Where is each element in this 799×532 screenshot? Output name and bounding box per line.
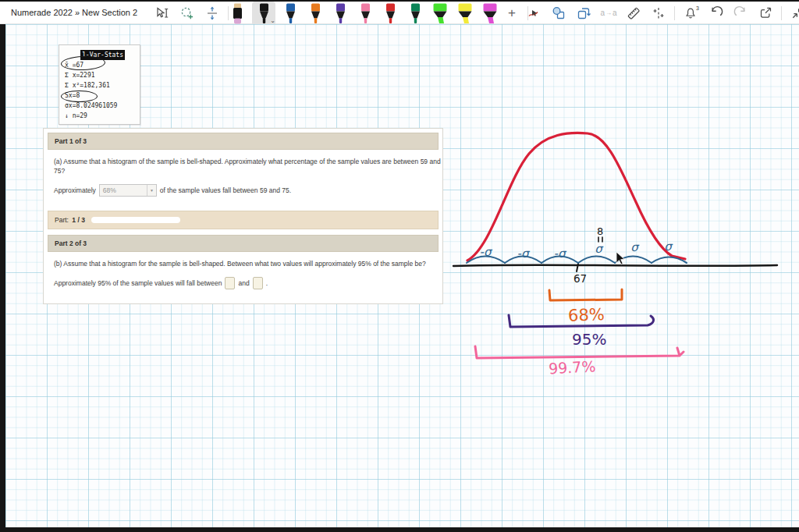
mean-label: 67 (574, 272, 587, 285)
part2-answer-end: . (266, 279, 268, 287)
calculator-stats-image: 1-Var-Stats x̄ =67 Σ x=2291 Σ x²=182,361… (59, 44, 140, 125)
toolbar: Numerade 2022 » New Section 2 (0, 2, 799, 24)
part1-answer-suffix: of the sample values fall between 59 and… (160, 186, 291, 194)
undo-icon (708, 5, 723, 20)
insert-space-button[interactable] (203, 4, 222, 23)
progress-row: Part: 1 / 3 (48, 211, 439, 229)
ruler-icon (626, 5, 641, 21)
redo-button[interactable] (731, 4, 750, 23)
format-text-icon: a→a (600, 9, 616, 17)
part2-header: Part 2 of 3 (48, 235, 439, 252)
lasso-select-icon (179, 5, 195, 21)
part2-question: (b) Assume that a histogram for the samp… (54, 259, 442, 268)
svg-text:-σ: -σ (480, 245, 493, 259)
svg-text:-σ: -σ (517, 246, 531, 261)
stats-n-line: ↓ n=29 (65, 111, 140, 121)
dropdown-value: 68% (103, 186, 116, 194)
svg-text:-σ: -σ (554, 246, 567, 261)
ruler-button[interactable] (624, 4, 643, 23)
svg-text:99.7%: 99.7% (548, 357, 595, 377)
progress-value: 1 / 3 (72, 216, 85, 224)
add-pen-button[interactable]: + (502, 4, 521, 23)
bell-curve-sketch: -σ -σ -σ σ σ σ 8 67 68% (445, 118, 794, 413)
part2-answer-prefix: Approximately 95% of the sample values w… (54, 279, 222, 287)
chevron-down-icon: ⌄ (270, 19, 275, 23)
part1-answer-dropdown[interactable]: 68% ▼ (99, 184, 157, 197)
ink-gesture-icon (526, 5, 542, 21)
progress-label: Part: (55, 216, 69, 224)
progress-bar (91, 217, 180, 223)
reorder-objects-icon (576, 5, 591, 21)
pen-red[interactable] (380, 2, 400, 24)
pen-orange[interactable] (305, 2, 325, 24)
toolbar-left-group (153, 2, 229, 24)
bracket-68: 68% (549, 289, 622, 325)
board-title[interactable]: Numerade 2022 » New Section 2 (11, 8, 137, 17)
part2-answer-mid: and (238, 279, 249, 287)
share-button[interactable] (756, 4, 775, 23)
worksheet-image: Part 1 of 3 (a) Assume that a histogram … (43, 128, 443, 304)
svg-text:σ: σ (595, 242, 604, 256)
ink-circle-sx (61, 90, 98, 102)
shapes-button[interactable] (549, 4, 568, 23)
pen-green[interactable] (405, 2, 425, 24)
whiteboard-canvas[interactable]: 1-Var-Stats x̄ =67 Σ x=2291 Σ x²=182,361… (5, 24, 799, 527)
svg-text:95%: 95% (572, 330, 606, 349)
chevron-down-icon: ▼ (147, 185, 156, 196)
sigma-labels: -σ -σ -σ σ σ σ (480, 239, 674, 261)
stats-sum-line: Σ x=2291 (65, 70, 140, 80)
part2-answer-input-2[interactable] (253, 277, 263, 289)
pen-black[interactable]: ⌄ (252, 2, 275, 24)
pen-pink[interactable] (355, 2, 375, 24)
sigma-arcs (467, 257, 687, 264)
toolbar-divider (781, 6, 782, 20)
select-tool-button[interactable] (153, 4, 172, 23)
eraser-tool[interactable] (227, 2, 247, 24)
shapes-icon (551, 5, 566, 21)
notifications-button[interactable]: 3 (681, 4, 700, 23)
axis-stroke (453, 265, 777, 266)
stats-sigma-line: σx=8.024961059 (65, 101, 140, 111)
notification-count-badge: 3 (696, 5, 699, 11)
toolbar-divider (674, 6, 675, 20)
pen-hl-yellow[interactable] (455, 2, 475, 24)
svg-text:68%: 68% (568, 305, 605, 325)
part1-header: Part 1 of 3 (48, 133, 439, 150)
ink-gesture-button[interactable] (524, 4, 543, 23)
alignment-icon (651, 5, 666, 21)
undo-button[interactable] (706, 4, 725, 23)
format-text-button[interactable]: a→a (599, 4, 618, 23)
app-window: Numerade 2022 » New Section 2 (0, 0, 799, 532)
pen-rack: ⌄ (227, 2, 500, 24)
toolbar-right-group: a→a (524, 2, 799, 24)
share-icon (758, 5, 773, 20)
stats-sumsq-line: Σ x²=182,361 (65, 80, 140, 90)
bracket-997: 99.7% (475, 346, 684, 377)
svg-text:σ: σ (664, 239, 673, 254)
plus-icon: + (508, 5, 516, 21)
pen-purple[interactable] (330, 2, 350, 24)
lasso-select-button[interactable] (178, 4, 197, 23)
svg-text:σ: σ (630, 240, 640, 254)
alignment-button[interactable] (649, 4, 668, 23)
part1-question: (a) Assume that a histogram of the sampl… (54, 157, 442, 176)
insert-space-icon (204, 5, 220, 21)
sigma-value-note: 8 (597, 225, 603, 237)
mouse-cursor-icon (616, 252, 624, 264)
collapse-icon (790, 5, 799, 20)
reorder-objects-button[interactable] (574, 4, 593, 23)
pen-hl-magenta[interactable] (480, 2, 500, 24)
pen-blue[interactable] (280, 2, 300, 24)
pen-hl-green[interactable] (430, 2, 450, 24)
select-cursor-icon (154, 5, 170, 21)
collapse-toolbar-button[interactable] (788, 4, 799, 23)
redo-icon (733, 5, 748, 20)
bell-curve-stroke (467, 133, 685, 261)
part1-answer-prefix: Approximately (54, 186, 96, 194)
part2-answer-input-1[interactable] (225, 277, 235, 289)
